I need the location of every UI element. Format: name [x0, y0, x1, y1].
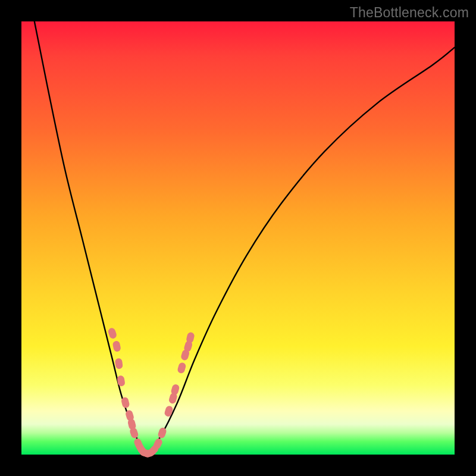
- curve-layer: [35, 21, 455, 455]
- highlight-dot: [112, 340, 121, 352]
- highlight-dot: [115, 358, 123, 369]
- curve-svg: [21, 21, 455, 455]
- highlight-dot: [164, 405, 174, 418]
- highlight-dot: [107, 327, 117, 340]
- bottleneck-curve: [35, 21, 455, 455]
- watermark-text: TheBottleneck.com: [350, 5, 469, 21]
- highlight-dot: [157, 427, 167, 439]
- plot-area: [21, 21, 455, 455]
- highlight-dot: [177, 362, 187, 374]
- chart-frame: TheBottleneck.com: [0, 0, 476, 476]
